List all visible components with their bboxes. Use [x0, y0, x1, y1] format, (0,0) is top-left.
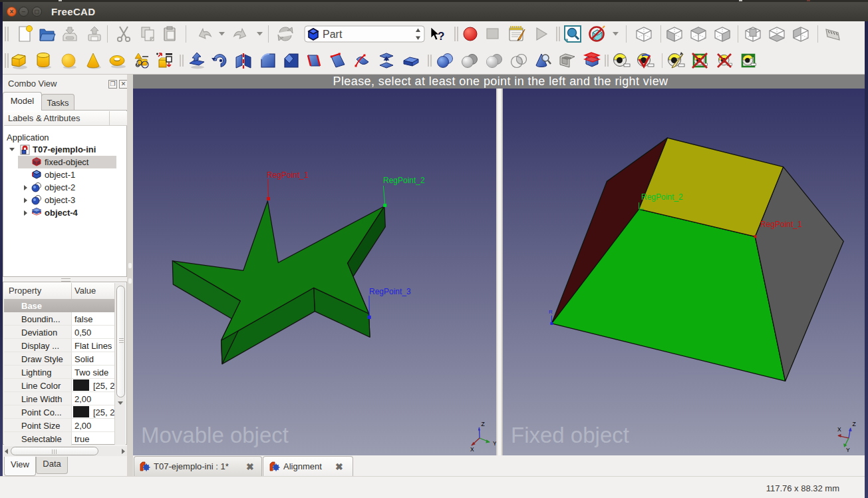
svg-text:X: X	[470, 446, 474, 453]
svg-text:Z: Z	[482, 421, 485, 427]
svg-text:RegPoint_2: RegPoint_2	[641, 192, 683, 202]
svg-text:?: ?	[438, 30, 444, 43]
svg-text:RegPoint_3: RegPoint_3	[369, 287, 411, 296]
svg-text:Z: Z	[853, 421, 856, 427]
svg-text:X: X	[837, 426, 841, 433]
svg-text:Fixed object: Fixed object	[511, 423, 629, 447]
svg-text:Movable object: Movable object	[141, 423, 289, 447]
svg-text:R: R	[549, 309, 553, 315]
svg-text:Part: Part	[323, 29, 343, 40]
svg-text:RegPoint_2: RegPoint_2	[383, 176, 425, 185]
svg-text:Y: Y	[846, 447, 850, 453]
svg-text:RegPoint_1: RegPoint_1	[760, 220, 802, 229]
svg-text:RegPoint_1: RegPoint_1	[267, 170, 309, 180]
